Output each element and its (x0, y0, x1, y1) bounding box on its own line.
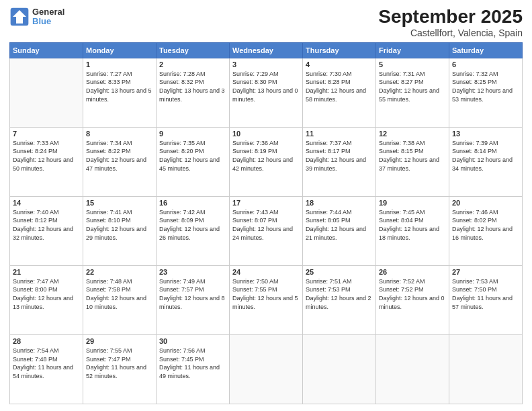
table-row: 16Sunrise: 7:42 AMSunset: 8:09 PMDayligh… (157, 196, 230, 265)
calendar-title: September 2025 (378, 7, 523, 28)
day-number: 25 (306, 268, 373, 276)
cell-info: Sunrise: 7:32 AMSunset: 8:25 PMDaylight:… (452, 70, 519, 103)
cell-info: Sunrise: 7:50 AMSunset: 7:55 PMDaylight:… (232, 277, 300, 311)
table-row: 18Sunrise: 7:44 AMSunset: 8:05 PMDayligh… (303, 196, 376, 265)
cell-info: Sunrise: 7:48 AMSunset: 7:58 PMDaylight:… (86, 277, 153, 311)
table-row: 1Sunrise: 7:27 AMSunset: 8:33 PMDaylight… (83, 58, 157, 127)
col-sunday: Sunday (10, 42, 83, 58)
day-number: 6 (452, 60, 519, 68)
table-row (10, 58, 83, 127)
calendar-body: 1Sunrise: 7:27 AMSunset: 8:33 PMDaylight… (10, 58, 523, 404)
cell-info: Sunrise: 7:53 AMSunset: 7:50 PMDaylight:… (452, 277, 519, 311)
cell-info: Sunrise: 7:42 AMSunset: 8:09 PMDaylight:… (159, 208, 226, 242)
table-row: 13Sunrise: 7:39 AMSunset: 8:14 PMDayligh… (449, 127, 523, 196)
cell-info: Sunrise: 7:40 AMSunset: 8:12 PMDaylight:… (13, 208, 80, 242)
table-row: 9Sunrise: 7:35 AMSunset: 8:20 PMDaylight… (157, 127, 230, 196)
table-row: 11Sunrise: 7:37 AMSunset: 8:17 PMDayligh… (303, 127, 376, 196)
day-number: 17 (232, 199, 300, 207)
cell-info: Sunrise: 7:31 AMSunset: 8:27 PMDaylight:… (379, 70, 446, 103)
header: General Blue September 2025 Castellfort,… (9, 7, 523, 38)
calendar-week-row: 28Sunrise: 7:54 AMSunset: 7:48 PMDayligh… (10, 334, 523, 404)
day-number: 4 (306, 60, 373, 68)
cell-info: Sunrise: 7:37 AMSunset: 8:17 PMDaylight:… (306, 139, 373, 173)
table-row (376, 334, 449, 404)
cell-info: Sunrise: 7:41 AMSunset: 8:10 PMDaylight:… (86, 208, 153, 242)
table-row: 8Sunrise: 7:34 AMSunset: 8:22 PMDaylight… (83, 127, 157, 196)
cell-info: Sunrise: 7:47 AMSunset: 8:00 PMDaylight:… (13, 277, 80, 311)
table-row: 10Sunrise: 7:36 AMSunset: 8:19 PMDayligh… (230, 127, 303, 196)
table-row (303, 334, 376, 404)
cell-info: Sunrise: 7:49 AMSunset: 7:57 PMDaylight:… (159, 277, 226, 311)
table-row: 26Sunrise: 7:52 AMSunset: 7:52 PMDayligh… (376, 265, 449, 334)
day-number: 19 (379, 199, 446, 207)
cell-info: Sunrise: 7:27 AMSunset: 8:33 PMDaylight:… (86, 70, 153, 103)
table-row: 25Sunrise: 7:51 AMSunset: 7:53 PMDayligh… (303, 265, 376, 334)
col-wednesday: Wednesday (230, 42, 303, 58)
title-block: September 2025 Castellfort, Valencia, Sp… (378, 7, 523, 38)
day-number: 16 (159, 199, 226, 207)
day-number: 23 (159, 268, 226, 276)
col-friday: Friday (376, 42, 449, 58)
table-row: 17Sunrise: 7:43 AMSunset: 8:07 PMDayligh… (230, 196, 303, 265)
calendar-week-row: 14Sunrise: 7:40 AMSunset: 8:12 PMDayligh… (10, 196, 523, 265)
cell-info: Sunrise: 7:28 AMSunset: 8:32 PMDaylight:… (159, 70, 226, 103)
day-number: 2 (159, 60, 226, 68)
cell-info: Sunrise: 7:52 AMSunset: 7:52 PMDaylight:… (379, 277, 446, 311)
day-number: 14 (13, 199, 80, 207)
table-row: 2Sunrise: 7:28 AMSunset: 8:32 PMDaylight… (157, 58, 230, 127)
logo-text: General Blue (32, 7, 64, 27)
cell-info: Sunrise: 7:46 AMSunset: 8:02 PMDaylight:… (452, 208, 519, 242)
table-row: 7Sunrise: 7:33 AMSunset: 8:24 PMDaylight… (10, 127, 83, 196)
day-number: 15 (86, 199, 153, 207)
table-row: 27Sunrise: 7:53 AMSunset: 7:50 PMDayligh… (449, 265, 523, 334)
logo-icon (9, 7, 30, 27)
cell-info: Sunrise: 7:56 AMSunset: 7:45 PMDaylight:… (159, 347, 226, 380)
cell-info: Sunrise: 7:38 AMSunset: 8:15 PMDaylight:… (379, 139, 446, 173)
day-number: 7 (13, 130, 80, 138)
day-number: 9 (159, 130, 226, 138)
table-row: 21Sunrise: 7:47 AMSunset: 8:00 PMDayligh… (10, 265, 83, 334)
table-row: 15Sunrise: 7:41 AMSunset: 8:10 PMDayligh… (83, 196, 157, 265)
cell-info: Sunrise: 7:29 AMSunset: 8:30 PMDaylight:… (232, 70, 300, 103)
cell-info: Sunrise: 7:44 AMSunset: 8:05 PMDaylight:… (306, 208, 373, 242)
day-number: 20 (452, 199, 519, 207)
table-row (449, 334, 523, 404)
day-number: 11 (306, 130, 373, 138)
day-number: 26 (379, 268, 446, 276)
table-row: 5Sunrise: 7:31 AMSunset: 8:27 PMDaylight… (376, 58, 449, 127)
cell-info: Sunrise: 7:43 AMSunset: 8:07 PMDaylight:… (232, 208, 300, 242)
day-number: 1 (86, 60, 153, 68)
day-number: 13 (452, 130, 519, 138)
col-tuesday: Tuesday (157, 42, 230, 58)
table-row: 28Sunrise: 7:54 AMSunset: 7:48 PMDayligh… (10, 334, 83, 404)
table-row: 20Sunrise: 7:46 AMSunset: 8:02 PMDayligh… (449, 196, 523, 265)
day-number: 21 (13, 268, 80, 276)
header-row: Sunday Monday Tuesday Wednesday Thursday… (10, 42, 523, 58)
day-number: 24 (232, 268, 300, 276)
calendar-week-row: 1Sunrise: 7:27 AMSunset: 8:33 PMDaylight… (10, 58, 523, 127)
cell-info: Sunrise: 7:54 AMSunset: 7:48 PMDaylight:… (13, 347, 80, 380)
cell-info: Sunrise: 7:45 AMSunset: 8:04 PMDaylight:… (379, 208, 446, 242)
table-row: 23Sunrise: 7:49 AMSunset: 7:57 PMDayligh… (157, 265, 230, 334)
calendar-week-row: 21Sunrise: 7:47 AMSunset: 8:00 PMDayligh… (10, 265, 523, 334)
table-row: 22Sunrise: 7:48 AMSunset: 7:58 PMDayligh… (83, 265, 157, 334)
cell-info: Sunrise: 7:30 AMSunset: 8:28 PMDaylight:… (306, 70, 373, 103)
day-number: 10 (232, 130, 300, 138)
col-thursday: Thursday (303, 42, 376, 58)
day-number: 12 (379, 130, 446, 138)
cell-info: Sunrise: 7:36 AMSunset: 8:19 PMDaylight:… (232, 139, 300, 173)
day-number: 22 (86, 268, 153, 276)
day-number: 29 (86, 337, 153, 345)
cell-info: Sunrise: 7:35 AMSunset: 8:20 PMDaylight:… (159, 139, 226, 173)
table-row: 3Sunrise: 7:29 AMSunset: 8:30 PMDaylight… (230, 58, 303, 127)
cell-info: Sunrise: 7:33 AMSunset: 8:24 PMDaylight:… (13, 139, 80, 173)
table-row: 30Sunrise: 7:56 AMSunset: 7:45 PMDayligh… (157, 334, 230, 404)
day-number: 8 (86, 130, 153, 138)
day-number: 30 (159, 337, 226, 345)
day-number: 3 (232, 60, 300, 68)
calendar-week-row: 7Sunrise: 7:33 AMSunset: 8:24 PMDaylight… (10, 127, 523, 196)
logo-line2: Blue (32, 17, 64, 26)
calendar-table: Sunday Monday Tuesday Wednesday Thursday… (9, 42, 523, 404)
table-row: 12Sunrise: 7:38 AMSunset: 8:15 PMDayligh… (376, 127, 449, 196)
calendar-header: Sunday Monday Tuesday Wednesday Thursday… (10, 42, 523, 58)
